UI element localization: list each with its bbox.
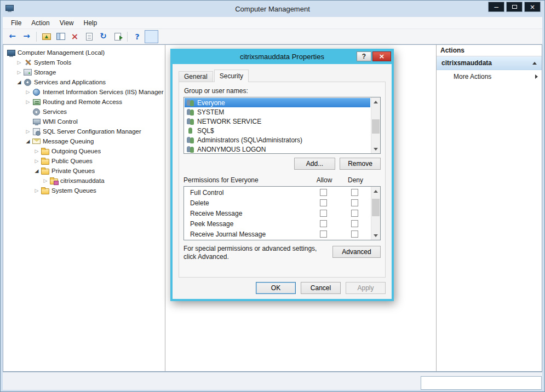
user-row-network-service[interactable]: NETWORK SERVICE — [185, 117, 370, 126]
delete-button[interactable]: × — [68, 30, 82, 43]
tree-item-internet-information-services-iis-manager[interactable]: Internet Information Services (IIS) Mana… — [3, 87, 165, 97]
dialog-help-button[interactable]: ? — [357, 51, 371, 61]
expander-collapsed-icon[interactable] — [33, 187, 41, 194]
tree-item-system-tools[interactable]: System Tools — [3, 57, 165, 67]
expander-expanded-icon[interactable] — [33, 168, 41, 174]
help-button[interactable]: ? — [130, 30, 144, 43]
toolbar: ←→×↻? — [3, 29, 542, 44]
expander-collapsed-icon[interactable] — [15, 59, 23, 66]
scrollbar-thumb[interactable] — [372, 119, 380, 134]
cancel-button[interactable]: Cancel — [301, 282, 341, 294]
tree-item-sql-server-configuration-manager[interactable]: SQL Server Configuration Manager — [3, 126, 165, 136]
minimize-button[interactable]: − — [488, 2, 504, 12]
allow-checkbox-peek-message[interactable] — [320, 220, 327, 227]
user-row-everyone[interactable]: Everyone — [185, 98, 370, 107]
expander-collapsed-icon[interactable] — [24, 89, 32, 95]
deny-checkbox-peek-message[interactable] — [351, 220, 358, 227]
collapse-section-icon[interactable] — [532, 62, 537, 65]
group-user-names-list[interactable]: EveryoneSYSTEMNETWORK SERVICESQL$Adminis… — [183, 97, 381, 154]
deny-checkbox-full-control[interactable] — [351, 189, 358, 196]
permission-rows: Full ControlDeleteReceive MessagePeek Me… — [185, 187, 370, 239]
dialog-title-bar[interactable]: citrixsmauddata Properties ? × — [173, 51, 392, 64]
menu-file[interactable]: File — [6, 18, 26, 28]
user-name-label: SQL$ — [197, 127, 214, 135]
user-row-anonymous-logon[interactable]: ANONYMOUS LOGON — [185, 145, 370, 153]
maximize-icon — [512, 5, 517, 9]
tree-item-routing-and-remote-access[interactable]: Routing and Remote Access — [3, 97, 165, 107]
permissions-scrollbar[interactable] — [371, 187, 380, 240]
tree-item-citrixsmauddata[interactable]: citrixsmauddata — [3, 176, 165, 186]
expander-collapsed-icon[interactable] — [33, 148, 41, 154]
scroll-up-button[interactable] — [371, 97, 380, 106]
expander-collapsed-icon[interactable] — [33, 158, 41, 164]
tree-item-wmi-control[interactable]: WMI Control — [3, 117, 165, 126]
deny-checkbox-receive-journal-message[interactable] — [351, 230, 358, 238]
tree-item-private-queues[interactable]: Private Queues — [3, 166, 165, 176]
up-one-level-button[interactable] — [39, 30, 53, 43]
expander-collapsed-icon[interactable] — [42, 177, 49, 184]
forward-button[interactable]: → — [20, 30, 33, 43]
expander-collapsed-icon[interactable] — [24, 128, 32, 135]
sql-config-icon — [33, 128, 40, 135]
back-button[interactable]: ← — [5, 30, 19, 43]
group-icon — [186, 136, 195, 143]
expander-expanded-icon[interactable] — [24, 138, 32, 145]
system-tools-icon — [24, 59, 32, 66]
tree-item-storage[interactable]: Storage — [3, 67, 165, 77]
tree-item-message-queuing[interactable]: Message Queuing — [3, 136, 165, 146]
expander-collapsed-icon[interactable] — [15, 69, 23, 76]
tree-item-services-and-applications[interactable]: Services and Applications — [3, 77, 165, 87]
allow-checkbox-receive-message[interactable] — [320, 210, 327, 217]
deny-checkbox-delete[interactable] — [351, 199, 358, 206]
properties-button[interactable] — [82, 30, 96, 43]
refresh-icon: ↻ — [100, 32, 107, 41]
menu-help[interactable]: Help — [79, 18, 102, 28]
menu-action[interactable]: Action — [26, 18, 54, 28]
computer-management-window: Computer Management −× FileActionViewHel… — [0, 0, 545, 392]
actions-section-citrixsmauddata[interactable]: citrixsmauddata — [437, 56, 542, 70]
users-scrollbar[interactable] — [371, 97, 380, 153]
tab-general[interactable]: General — [179, 71, 213, 82]
expander-expanded-icon[interactable] — [15, 79, 23, 85]
export-list-button[interactable] — [111, 30, 124, 43]
scroll-up-icon — [374, 190, 378, 193]
allow-checkbox-receive-journal-message[interactable] — [320, 230, 327, 238]
dialog-close-button[interactable]: × — [372, 51, 391, 61]
menu-bar: FileActionViewHelp — [3, 17, 542, 29]
scrollbar-thumb[interactable] — [372, 199, 380, 216]
close-button[interactable]: × — [524, 2, 541, 12]
allow-checkbox-full-control[interactable] — [320, 189, 327, 196]
refresh-button[interactable]: ↻ — [96, 30, 110, 43]
allow-checkbox-delete[interactable] — [320, 199, 327, 206]
remove-button[interactable]: Remove — [340, 158, 381, 170]
add-button[interactable]: Add... — [294, 158, 335, 170]
tree-item-services[interactable]: Services — [3, 107, 165, 117]
expander-collapsed-icon[interactable] — [24, 99, 32, 105]
maximize-button[interactable] — [506, 2, 523, 12]
scroll-down-button[interactable] — [371, 145, 380, 153]
menu-view[interactable]: View — [55, 18, 79, 28]
tree-item-public-queues[interactable]: Public Queues — [3, 156, 165, 166]
user-row-system[interactable]: SYSTEM — [185, 107, 370, 117]
tree-item-outgoing-queues[interactable]: Outgoing Queues — [3, 146, 165, 156]
tab-security[interactable]: Security — [214, 70, 249, 82]
scroll-down-button[interactable] — [371, 231, 380, 240]
ok-button[interactable]: OK — [256, 282, 296, 294]
title-bar[interactable]: Computer Management −× — [1, 1, 544, 17]
more-actions-item[interactable]: More Actions — [437, 70, 542, 83]
group-icon — [186, 146, 195, 153]
scroll-up-button[interactable] — [371, 187, 380, 195]
apply-button[interactable]: Apply — [346, 282, 386, 294]
user-row-administrators-sql-administrators[interactable]: Administrators (SQL\Administrators) — [185, 135, 370, 145]
user-row-sql[interactable]: SQL$ — [185, 126, 370, 135]
show-hide-console-tree-button[interactable] — [54, 30, 67, 43]
deny-checkbox-receive-message[interactable] — [351, 210, 358, 217]
permissions-list[interactable]: Full ControlDeleteReceive MessagePeek Me… — [183, 186, 381, 240]
show-hide-action-pane-button[interactable] — [145, 30, 158, 43]
advanced-button[interactable]: Advanced — [332, 246, 381, 258]
tree-item-computer-management-local[interactable]: Computer Management (Local) — [3, 48, 165, 57]
tree-item-system-queues[interactable]: System Queues — [3, 186, 165, 195]
advanced-note: For special permissions or advanced sett… — [183, 245, 330, 261]
permission-label: Delete — [185, 199, 308, 207]
permission-label: Receive Message — [185, 210, 308, 217]
